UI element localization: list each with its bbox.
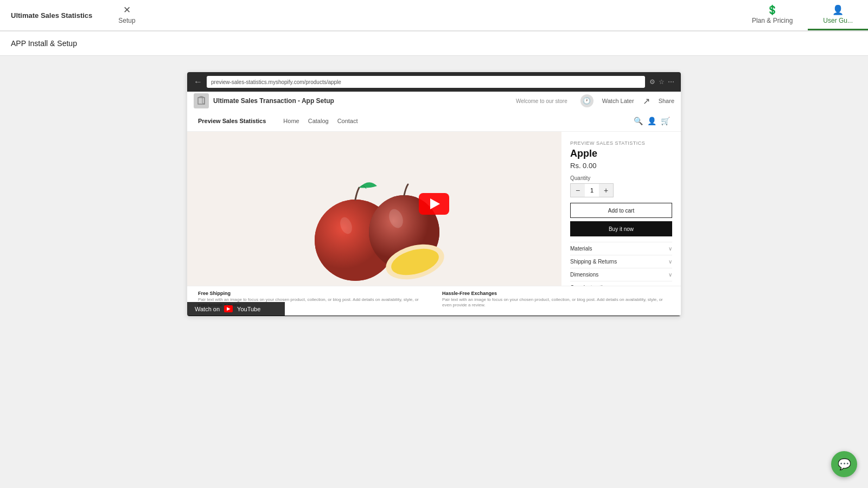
hassle-free-info: Hassle-Free Exchanges Pair text with an … — [442, 291, 670, 311]
nav-contact: Contact — [337, 118, 358, 124]
accordion-shipping[interactable]: Shipping & Returns ∨ — [570, 255, 672, 268]
share-icon: ↗ — [643, 96, 650, 106]
shopify-navigation: Preview Sales Statistics Home Catalog Co… — [187, 110, 681, 132]
quantity-increase-button[interactable]: + — [599, 184, 613, 197]
quantity-value: 1 — [585, 187, 599, 194]
clock-icon: 🕐 — [580, 94, 593, 107]
browser-icon-2: ☆ — [659, 78, 665, 86]
user-guide-nav-item[interactable]: 👤 User Gu... — [808, 0, 868, 30]
share-label: Share — [659, 98, 674, 104]
chevron-down-icon-2: ∨ — [668, 259, 672, 265]
setup-nav-label: Setup — [118, 17, 135, 24]
header: Ultimate Sales Statistics ✕ Setup 💲 Plan… — [0, 0, 868, 30]
browser-icon-3: ⋯ — [668, 78, 674, 86]
add-to-cart-button[interactable]: Add to cart — [570, 203, 672, 218]
shopify-nav-icons: 🔍 👤 🛒 — [634, 117, 670, 125]
product-brand: PREVIEW SALES STATISTICS — [570, 140, 672, 146]
main-content: ← preview-sales-statistics.myshopify.com… — [0, 56, 868, 488]
svg-rect-0 — [198, 98, 205, 104]
plan-pricing-nav-item[interactable]: 💲 Plan & Pricing — [737, 0, 808, 30]
page-title: APP Install & Setup — [11, 39, 77, 48]
nav-home: Home — [283, 118, 299, 124]
browser-url-bar: preview-sales-statistics.myshopify.com/p… — [207, 76, 645, 88]
buy-now-button[interactable]: Buy it now — [570, 221, 672, 236]
cart-icon: 🛒 — [661, 117, 670, 125]
url-text: preview-sales-statistics.myshopify.com/p… — [211, 79, 341, 85]
quantity-label: Quantity — [570, 175, 672, 181]
play-button[interactable] — [419, 193, 449, 215]
youtube-logo-overlay: ▶ — [224, 305, 233, 312]
plan-pricing-label: Plan & Pricing — [752, 17, 793, 24]
apple-image — [298, 162, 450, 286]
browser-action-icons: ⚙ ☆ ⋯ — [649, 78, 674, 86]
store-name: Preview Sales Statistics — [198, 118, 266, 124]
watch-later-label: Watch Later — [602, 98, 634, 104]
quantity-control: − 1 + — [570, 183, 614, 197]
user-icon: 👤 — [832, 4, 844, 16]
user-guide-label: User Gu... — [823, 17, 853, 24]
left-navigation: Ultimate Sales Statistics ✕ Setup — [0, 0, 151, 30]
watch-on-label: Watch on — [195, 306, 220, 312]
browser-back-button[interactable]: ← — [194, 77, 202, 87]
dollar-icon: 💲 — [767, 4, 778, 16]
accordion-materials[interactable]: Materials ∨ — [570, 242, 672, 255]
video-area[interactable]: Ultimate Sales Transaction - App Setup W… — [187, 92, 681, 316]
chat-icon: 💬 — [838, 458, 851, 471]
app-title: Ultimate Sales Statistics — [11, 11, 92, 20]
video-container: ← preview-sales-statistics.myshopify.com… — [187, 72, 681, 316]
chat-bubble-button[interactable]: 💬 — [831, 451, 857, 477]
right-navigation: 💲 Plan & Pricing 👤 User Gu... — [737, 0, 868, 30]
product-name: Apple — [570, 148, 672, 159]
dimensions-label: Dimensions — [570, 272, 598, 278]
page-title-bar: APP Install & Setup — [0, 31, 868, 56]
nav-catalog: Catalog — [308, 118, 329, 124]
youtube-label: YouTube — [237, 306, 260, 312]
chevron-down-icon-3: ∨ — [668, 272, 672, 278]
yt-actions: 🕐 Watch Later ↗ Share — [580, 94, 674, 107]
hassle-free-text: Pair text with an image to focus on your… — [442, 297, 670, 309]
video-title: Ultimate Sales Transaction - App Setup — [213, 97, 334, 105]
accordion-dimensions[interactable]: Dimensions ∨ — [570, 268, 672, 281]
browser-icon-1: ⚙ — [649, 78, 655, 86]
x-icon: ✕ — [123, 4, 131, 16]
search-icon: 🔍 — [634, 117, 643, 125]
welcome-text: Welcome to our store — [516, 98, 567, 104]
free-shipping-title: Free Shipping — [198, 291, 426, 296]
chevron-down-icon: ∨ — [668, 246, 672, 252]
browser-chrome: ← preview-sales-statistics.myshopify.com… — [187, 72, 681, 92]
materials-label: Materials — [570, 246, 592, 252]
product-price: Rs. 0.00 — [570, 162, 672, 170]
quantity-decrease-button[interactable]: − — [571, 184, 585, 197]
shipping-label: Shipping & Returns — [570, 259, 617, 265]
setup-nav-item[interactable]: ✕ Setup — [103, 0, 150, 30]
watch-on-youtube-overlay[interactable]: Watch on ▶ YouTube — [187, 302, 285, 316]
cube-icon — [196, 96, 206, 106]
yt-top-right: Welcome to our store — [516, 98, 567, 104]
youtube-logo — [194, 93, 209, 108]
youtube-top-bar: Ultimate Sales Transaction - App Setup W… — [187, 92, 681, 110]
account-icon: 👤 — [647, 117, 656, 125]
play-triangle-icon — [430, 198, 440, 209]
hassle-free-title: Hassle-Free Exchanges — [442, 291, 670, 296]
